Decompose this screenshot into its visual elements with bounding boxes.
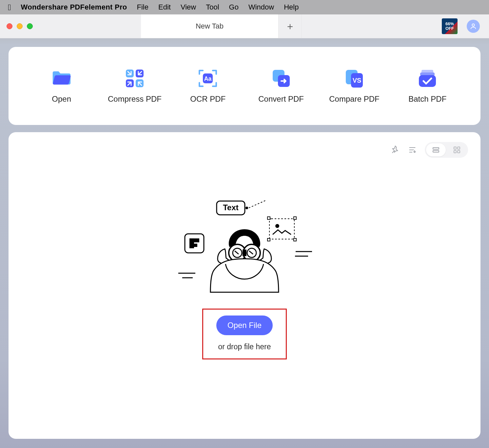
menu-edit[interactable]: Edit — [158, 3, 171, 11]
svg-rect-14 — [419, 75, 436, 87]
svg-text:Text: Text — [223, 203, 239, 212]
ocr-icon: Aa — [198, 68, 218, 89]
svg-rect-17 — [454, 147, 456, 149]
svg-rect-18 — [458, 147, 460, 149]
menu-view[interactable]: View — [181, 3, 196, 11]
view-toggle — [425, 142, 468, 158]
action-label: Compress PDF — [108, 94, 162, 104]
svg-text:VS: VS — [353, 77, 362, 84]
action-compare-pdf[interactable]: VS Compare PDF — [325, 68, 384, 104]
svg-rect-26 — [267, 216, 270, 219]
action-label: Compare PDF — [329, 94, 379, 104]
action-label: Batch PDF — [408, 94, 446, 104]
svg-point-0 — [472, 24, 474, 26]
action-compress-pdf[interactable]: Compress PDF — [105, 68, 164, 104]
macos-menubar:  Wondershare PDFelement Pro File Edit V… — [0, 0, 489, 14]
svg-rect-32 — [185, 234, 204, 253]
compress-icon — [125, 68, 145, 89]
recent-toolbar — [391, 142, 468, 158]
compare-icon: VS — [344, 68, 364, 89]
svg-rect-28 — [267, 238, 270, 241]
menu-go[interactable]: Go — [229, 3, 239, 11]
window-zoom-button[interactable] — [27, 23, 33, 29]
open-file-button[interactable]: Open File — [216, 315, 273, 335]
window-close-button[interactable] — [7, 23, 12, 29]
menu-window[interactable]: Window — [248, 3, 274, 11]
batch-icon — [417, 68, 438, 89]
svg-rect-16 — [433, 151, 439, 152]
action-batch-pdf[interactable]: Batch PDF — [398, 68, 457, 104]
tab-label: New Tab — [196, 22, 224, 31]
sort-icon[interactable] — [408, 145, 417, 154]
account-button[interactable] — [467, 20, 480, 33]
folder-open-icon — [51, 68, 72, 89]
action-ocr-pdf[interactable]: Aa OCR PDF — [178, 68, 237, 104]
empty-state: Text — [159, 199, 330, 359]
new-tab-button[interactable]: ＋ — [279, 14, 302, 38]
action-label: Open — [52, 94, 71, 104]
svg-point-23 — [245, 206, 248, 209]
app-name[interactable]: Wondershare PDFelement Pro — [21, 3, 127, 11]
drop-file-text: or drop file here — [218, 342, 271, 351]
pin-icon[interactable] — [391, 145, 400, 154]
svg-rect-44 — [243, 249, 246, 256]
tab-new[interactable]: New Tab — [141, 14, 279, 38]
svg-text:Aa: Aa — [204, 75, 212, 82]
svg-rect-15 — [433, 148, 439, 149]
action-open[interactable]: Open — [32, 68, 91, 104]
svg-rect-35 — [189, 243, 197, 247]
window-minimize-button[interactable] — [17, 23, 23, 29]
recent-files-card: Text — [9, 132, 480, 439]
menu-file[interactable]: File — [137, 3, 148, 11]
promo-text: 66% OFF — [442, 22, 458, 31]
svg-rect-20 — [458, 151, 460, 153]
open-file-label: Open File — [227, 320, 262, 329]
content-area: Open Compress PDF — [0, 38, 489, 447]
svg-point-25 — [275, 224, 279, 228]
promo-badge[interactable]: 66% OFF — [442, 18, 458, 34]
action-label: OCR PDF — [190, 94, 225, 104]
action-label: Convert PDF — [258, 94, 304, 104]
apple-menu-icon[interactable]:  — [8, 2, 11, 12]
svg-rect-27 — [294, 216, 296, 219]
quick-actions-card: Open Compress PDF — [9, 47, 480, 125]
open-file-highlight: Open File or drop file here — [202, 308, 287, 359]
svg-rect-24 — [269, 218, 294, 239]
svg-rect-29 — [294, 238, 296, 241]
svg-rect-19 — [454, 151, 456, 153]
tab-bar: New Tab ＋ 66% OFF — [0, 14, 489, 38]
empty-state-illustration: Text — [172, 199, 317, 304]
window-controls — [0, 14, 43, 38]
action-convert-pdf[interactable]: Convert PDF — [252, 68, 311, 104]
svg-rect-34 — [189, 238, 199, 242]
menu-help[interactable]: Help — [284, 3, 299, 11]
view-list-button[interactable] — [426, 143, 446, 156]
menu-tool[interactable]: Tool — [206, 3, 219, 11]
convert-icon — [271, 68, 291, 89]
view-grid-button[interactable] — [447, 143, 467, 156]
plus-icon: ＋ — [285, 20, 295, 33]
user-icon — [470, 23, 477, 30]
